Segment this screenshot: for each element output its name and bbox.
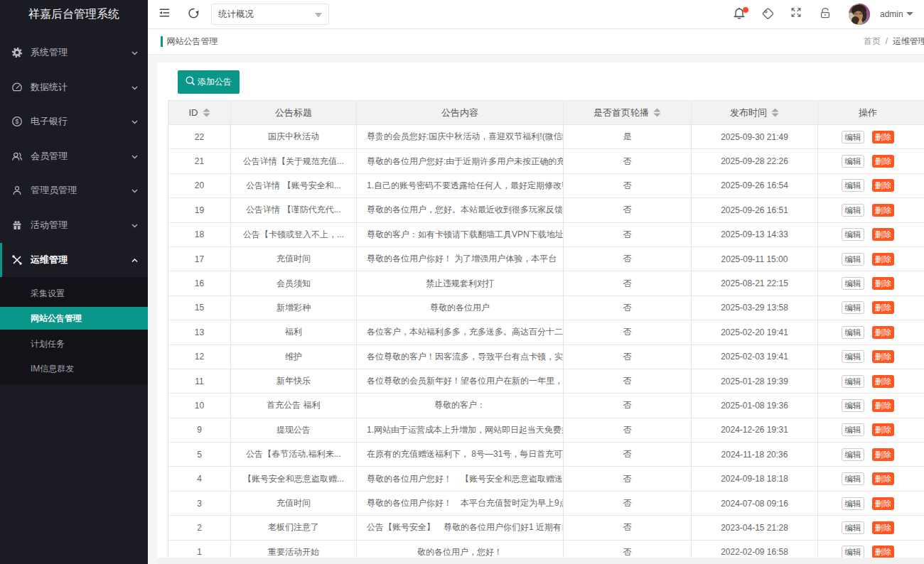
- svg-text:$: $: [15, 118, 19, 126]
